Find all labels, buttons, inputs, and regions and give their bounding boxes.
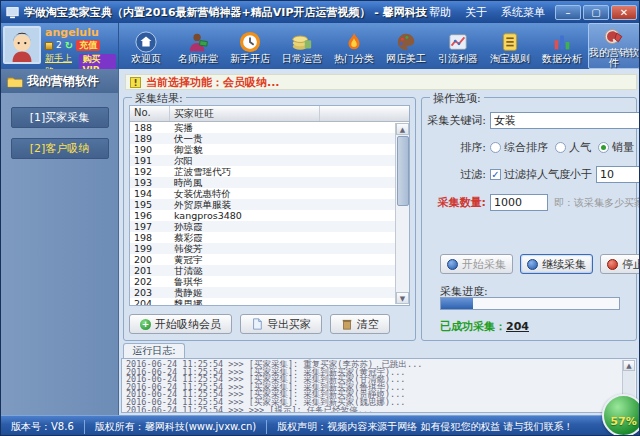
export-buyers-button[interactable]: 导出买家 bbox=[240, 314, 322, 334]
window-controls: – ▢ ✕ bbox=[555, 5, 637, 20]
sidebar-item-customer-absorb[interactable]: [2]客户吸纳 bbox=[11, 138, 109, 159]
keyword-label: 采集关键词: bbox=[424, 113, 486, 128]
table-body: 188 宾播 189 伏一贵 190 御堂貌 191 尔阳 192 芷波雪瑶代巧… bbox=[130, 122, 409, 305]
scroll-up-icon[interactable]: ▲ bbox=[396, 123, 409, 135]
avatar[interactable] bbox=[3, 26, 41, 64]
table-row[interactable]: 190 御堂貌 bbox=[130, 144, 409, 155]
nav-open-shop[interactable]: 新手开店 bbox=[224, 23, 276, 69]
count-input[interactable] bbox=[490, 194, 548, 211]
radio-sort-sales[interactable]: 销量 bbox=[598, 140, 634, 155]
sidebar-item-buyer-collect[interactable]: [1]买家采集 bbox=[11, 107, 109, 128]
table-row[interactable]: 202 鲁琪华 bbox=[130, 276, 409, 287]
menu-system[interactable]: 系统菜单 bbox=[501, 5, 545, 20]
log-scroll-up-icon[interactable]: ▲ bbox=[623, 360, 635, 371]
start-collect-button[interactable]: 开始采集 bbox=[440, 254, 513, 274]
close-button[interactable]: ✕ bbox=[611, 5, 637, 20]
clock-icon bbox=[239, 31, 261, 53]
trash-icon bbox=[341, 318, 353, 330]
table-row[interactable]: 204 魏思娜 bbox=[130, 298, 409, 305]
notice-text: 当前选择功能：会员吸纳... bbox=[146, 75, 280, 90]
username: angelulu bbox=[45, 26, 116, 39]
refresh-icon[interactable]: ↻ bbox=[65, 39, 73, 52]
level-value: 2 bbox=[56, 39, 62, 52]
table-row[interactable]: 195 外贸原单服装 bbox=[130, 199, 409, 210]
filter-threshold-input[interactable] bbox=[596, 166, 640, 183]
app-window: 学做淘宝卖家宝典（内置2016最新营销神器+精品VIP开店运营视频） - 馨网科… bbox=[0, 0, 640, 436]
nav-shop-design[interactable]: 网店美工 bbox=[380, 23, 432, 69]
column-buyer-wangwang: 买家旺旺 bbox=[170, 106, 320, 121]
continue-collect-button[interactable]: 继续采集 bbox=[520, 254, 593, 274]
column-empty bbox=[320, 106, 409, 121]
row-no: 197 bbox=[130, 221, 170, 232]
window-title: 学做淘宝卖家宝典（内置2016最新营销神器+精品VIP开店运营视频） - 馨网科… bbox=[24, 5, 429, 20]
table-row[interactable]: 188 宾播 bbox=[130, 122, 409, 133]
menu-help[interactable]: 帮助 bbox=[429, 5, 451, 20]
row-no: 203 bbox=[130, 287, 170, 298]
minimize-button[interactable]: – bbox=[555, 5, 581, 20]
table-scrollbar[interactable]: ▲ ▼ bbox=[395, 123, 409, 304]
nav-taobao-rules[interactable]: 淘宝规则 bbox=[484, 23, 536, 69]
filter-label: 过滤: bbox=[424, 167, 486, 182]
export-file-icon bbox=[251, 318, 263, 330]
table-row[interactable]: 199 韩俊芳 bbox=[130, 243, 409, 254]
row-no: 194 bbox=[130, 188, 170, 199]
filter-checkbox[interactable]: ✓ bbox=[490, 169, 501, 180]
recharge-button[interactable]: 充值 bbox=[76, 40, 100, 51]
row-buyer-name: 甘清懿 bbox=[170, 265, 320, 276]
row-no: 188 bbox=[130, 122, 170, 133]
scroll-down-icon[interactable]: ▼ bbox=[396, 292, 409, 304]
stop-collect-button[interactable]: 停止采集 bbox=[600, 254, 640, 274]
nav-lectures[interactable]: 名师讲堂 bbox=[172, 23, 224, 69]
notice-bar: ! 当前选择功能：会员吸纳... bbox=[125, 74, 637, 90]
table-row[interactable]: 193 時尚風 bbox=[130, 177, 409, 188]
nav-daily-operations[interactable]: 日常运营 bbox=[276, 23, 328, 69]
nav-traffic-tools[interactable]: 引流利器 bbox=[432, 23, 484, 69]
absorb-members-button[interactable]: + 开始吸纳会员 bbox=[129, 314, 232, 334]
row-buyer-name: 尔阳 bbox=[170, 155, 320, 166]
log-line: 2016-06-24 11:25:54 >>> >>> [提示]: 任务已经暂停… bbox=[126, 407, 620, 413]
speedball-widget[interactable]: 57% bbox=[602, 394, 640, 436]
row-no: 190 bbox=[130, 144, 170, 155]
table-row[interactable]: 194 女装优惠特价 bbox=[130, 188, 409, 199]
clear-button[interactable]: 清空 bbox=[330, 314, 390, 334]
menu-about[interactable]: 关于 bbox=[465, 5, 487, 20]
table-row[interactable]: 189 伏一贵 bbox=[130, 133, 409, 144]
money-icon bbox=[291, 31, 313, 53]
row-buyer-name: 宾播 bbox=[170, 122, 320, 133]
warning-icon: ! bbox=[130, 77, 141, 88]
table-row[interactable]: 203 贵静姬 bbox=[130, 287, 409, 298]
table-row[interactable]: 201 甘清懿 bbox=[130, 265, 409, 276]
row-buyer-name: 外贸原单服装 bbox=[170, 199, 320, 210]
row-buyer-name: 時尚風 bbox=[170, 177, 320, 188]
table-row[interactable]: 192 芷波雪瑶代巧 bbox=[130, 166, 409, 177]
document-icon bbox=[499, 31, 521, 53]
nav-my-marketing-software[interactable]: 我的营销软件 bbox=[588, 23, 640, 69]
scroll-thumb[interactable] bbox=[397, 136, 409, 206]
radio-sort-popularity[interactable]: 人气 bbox=[555, 140, 591, 155]
row-buyer-name: 韩俊芳 bbox=[170, 243, 320, 254]
table-row[interactable]: 197 孙琼霞 bbox=[130, 221, 409, 232]
table-row[interactable]: 196 kangpros3480 bbox=[130, 210, 409, 221]
table-row[interactable]: 191 尔阳 bbox=[130, 155, 409, 166]
row-no: 193 bbox=[130, 177, 170, 188]
progress-bar bbox=[440, 297, 620, 310]
row-no: 195 bbox=[130, 199, 170, 210]
continue-orb-icon bbox=[527, 259, 538, 270]
app-icon bbox=[5, 6, 20, 19]
keyword-input[interactable] bbox=[490, 112, 640, 129]
row-no: 201 bbox=[130, 265, 170, 276]
options-group-label: 操作选项: bbox=[430, 91, 484, 106]
nav-hot-categories[interactable]: 热门分类 bbox=[328, 23, 380, 69]
radio-icon bbox=[598, 142, 609, 153]
maximize-button[interactable]: ▢ bbox=[583, 5, 609, 20]
statusbar: 版本号：V8.6 版权所有：馨网科技(www.jvxw.cn) 版权声明：视频内… bbox=[1, 415, 640, 436]
table-row[interactable]: 198 蔡彩霞 bbox=[130, 232, 409, 243]
radio-sort-composite[interactable]: 综合排序 bbox=[490, 140, 548, 155]
log-tab[interactable]: 运行日志: bbox=[123, 343, 185, 358]
sidebar-title: 我的营销软件 bbox=[27, 73, 99, 90]
collected-status: 已成功采集：204 bbox=[440, 319, 529, 334]
table-row[interactable]: 200 黄冠宇 bbox=[130, 254, 409, 265]
flame-icon bbox=[343, 31, 365, 53]
nav-welcome[interactable]: 欢迎页 bbox=[120, 23, 172, 69]
nav-data-analysis[interactable]: 数据分析 bbox=[536, 23, 588, 69]
